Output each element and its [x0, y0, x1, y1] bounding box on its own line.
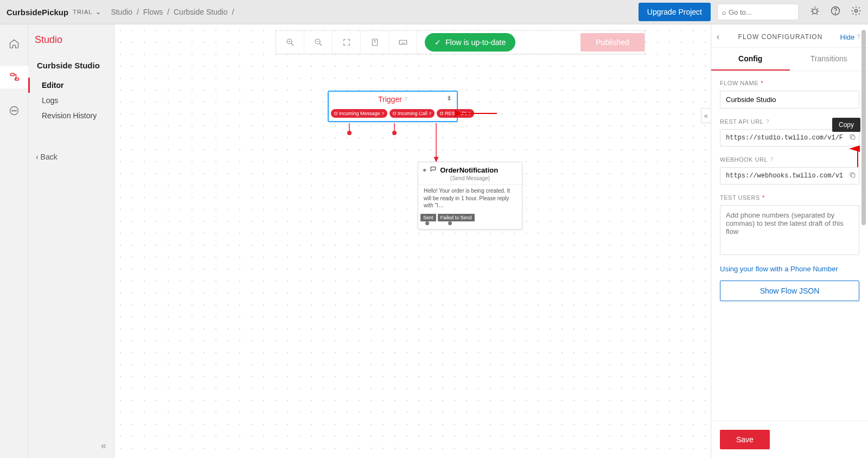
event-rest-api[interactable]: REST API?: [437, 109, 474, 118]
output-sent[interactable]: [425, 221, 429, 225]
upgrade-project-button[interactable]: Upgrade Project: [639, 3, 711, 21]
svg-rect-12: [372, 39, 377, 46]
tab-config[interactable]: Config: [711, 48, 790, 71]
drag-handle-icon[interactable]: ●: [423, 166, 426, 174]
side-nav: Studio Curbside Studio Editor Logs Revis…: [28, 24, 114, 458]
tab-transitions[interactable]: Transitions: [790, 48, 869, 71]
notes-icon[interactable]: [361, 31, 389, 54]
canvas-grid: [114, 24, 711, 458]
settings-icon[interactable]: [851, 5, 861, 19]
event-incoming-message[interactable]: Incoming Message?: [331, 109, 387, 118]
collapse-panel-icon[interactable]: «: [701, 108, 711, 123]
help-icon[interactable]: ?: [404, 96, 407, 103]
svg-rect-4: [11, 73, 15, 75]
flow-status-badge: ✓ Flow is up-to-date: [425, 33, 515, 52]
node-tags: Sent Failed to Send: [418, 214, 522, 221]
trigger-node[interactable]: Trigger ? Incoming Message? Incoming Cal…: [328, 91, 458, 122]
fullscreen-icon[interactable]: [333, 31, 361, 54]
breadcrumb-item[interactable]: Flows: [143, 8, 163, 16]
svg-rect-23: [851, 174, 855, 177]
global-search[interactable]: ⌕: [717, 4, 799, 20]
copy-icon[interactable]: [849, 133, 856, 142]
svg-point-7: [11, 110, 12, 111]
svg-point-0: [813, 9, 817, 13]
canvas-toolbar: ✓ Flow is up-to-date Published: [276, 30, 645, 54]
side-nav-section: Curbside Studio: [28, 61, 114, 70]
test-users-label: TEST USERS*: [720, 194, 859, 201]
breadcrumb-item[interactable]: Studio: [111, 8, 132, 16]
nav-logs[interactable]: Logs: [28, 93, 114, 108]
back-link[interactable]: ‹ Back: [36, 152, 58, 161]
canvas[interactable]: ✓ Flow is up-to-date Published Trigger: [114, 24, 711, 458]
node-body: Hello! Your order is being created. It w…: [418, 185, 522, 214]
config-title: FLOW CONFIGURATION: [724, 33, 837, 41]
phone-number-link[interactable]: Using your flow with a Phone Number: [720, 265, 859, 273]
svg-point-3: [855, 9, 858, 12]
chevron-left-icon: ‹: [36, 152, 41, 161]
gear-icon[interactable]: [446, 95, 452, 103]
hide-link[interactable]: Hide: [840, 33, 855, 41]
side-nav-title[interactable]: Studio: [28, 34, 114, 46]
trigger-header: Trigger ?: [329, 92, 457, 107]
node-title: OrderNotification: [440, 166, 498, 174]
tag-failed[interactable]: Failed to Send: [438, 214, 475, 221]
tag-sent[interactable]: Sent: [420, 214, 436, 221]
svg-point-9: [15, 110, 16, 111]
trigger-events: Incoming Message? Incoming Call? REST AP…: [329, 107, 457, 121]
project-name[interactable]: CurbsidePickup: [7, 8, 68, 17]
help-icon[interactable]: [830, 5, 841, 19]
rail-home-icon[interactable]: [0, 32, 28, 55]
event-incoming-call[interactable]: Incoming Call?: [390, 109, 435, 118]
nav-editor[interactable]: Editor: [28, 78, 114, 93]
show-flow-json-button[interactable]: Show Flow JSON: [720, 281, 859, 301]
debug-icon[interactable]: [809, 5, 820, 19]
collapse-sidebar-icon[interactable]: «: [101, 440, 106, 451]
svg-point-8: [14, 110, 15, 111]
chevron-left-icon[interactable]: ‹: [717, 32, 719, 42]
nav-revision-history[interactable]: Revision History: [28, 108, 114, 123]
webhook-label: WEBHOOK URL?: [720, 156, 859, 163]
search-input[interactable]: [729, 8, 794, 16]
node-subtitle: (Send Message): [418, 175, 522, 185]
config-panel: ‹ FLOW CONFIGURATION Hide ? Config Trans…: [711, 24, 868, 458]
test-users-input[interactable]: [720, 205, 859, 255]
save-button[interactable]: Save: [720, 430, 770, 449]
icon-rail: [0, 24, 28, 458]
config-tabs: Config Transitions: [711, 48, 868, 71]
help-icon[interactable]: ?: [857, 33, 860, 41]
svg-point-18: [449, 97, 450, 98]
webhook-url-input[interactable]: [720, 167, 859, 185]
copy-tooltip: Copy: [832, 118, 860, 132]
rail-studio-icon[interactable]: [0, 66, 28, 88]
search-icon: ⌕: [722, 8, 726, 16]
svg-rect-21: [851, 136, 855, 139]
zoom-out-icon[interactable]: [304, 31, 333, 54]
flow-name-input[interactable]: [720, 91, 859, 109]
top-header: CurbsidePickup TRIAL ⌄ Studio / Flows / …: [0, 0, 868, 24]
zoom-in-icon[interactable]: [276, 31, 304, 54]
rail-more-icon[interactable]: [0, 99, 28, 122]
project-dropdown-icon[interactable]: ⌄: [95, 8, 101, 16]
flow-name-label: FLOW NAME*: [720, 80, 859, 86]
svg-rect-13: [399, 40, 407, 44]
breadcrumb[interactable]: Studio / Flows / Curbside Studio /: [110, 8, 237, 16]
published-badge: Published: [580, 33, 644, 52]
message-icon: [430, 166, 437, 174]
svg-point-2: [835, 12, 836, 13]
order-notification-node[interactable]: ● OrderNotification (Send Message) Hello…: [418, 162, 522, 230]
trial-badge: TRIAL: [73, 9, 92, 15]
config-header: ‹ FLOW CONFIGURATION Hide ?: [711, 24, 868, 48]
breadcrumb-item[interactable]: Curbside Studio: [174, 8, 228, 16]
output-failed[interactable]: [448, 221, 452, 225]
svg-point-19: [449, 99, 450, 100]
check-icon: ✓: [435, 38, 441, 47]
copy-icon[interactable]: [849, 171, 856, 180]
keyboard-icon[interactable]: [389, 31, 417, 54]
